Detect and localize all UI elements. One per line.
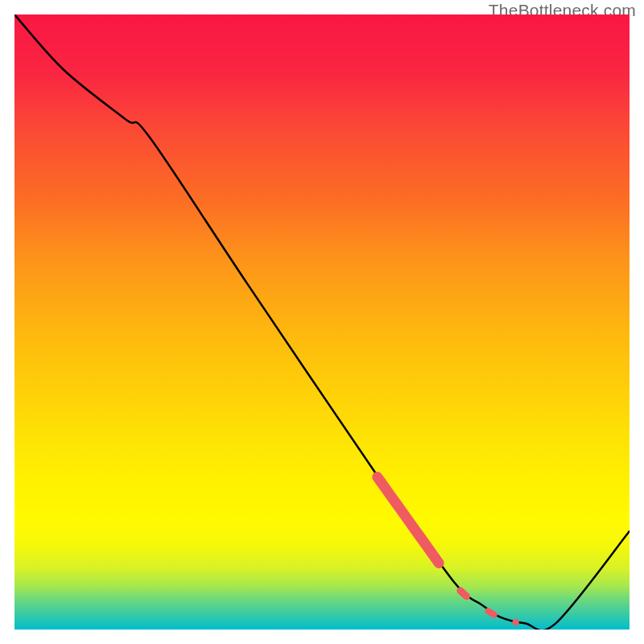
chart-container: TheBottleneck.com	[0, 0, 644, 644]
highlight-dots-segment	[378, 477, 439, 564]
highlight-dots-segment	[488, 611, 494, 615]
bottleneck-curve	[14, 14, 630, 630]
dots-group	[378, 477, 519, 626]
highlight-dots-segment	[460, 591, 467, 597]
plot-area	[14, 14, 630, 630]
chart-svg	[14, 14, 630, 630]
highlight-dot	[512, 619, 518, 625]
curve-group	[14, 14, 630, 630]
